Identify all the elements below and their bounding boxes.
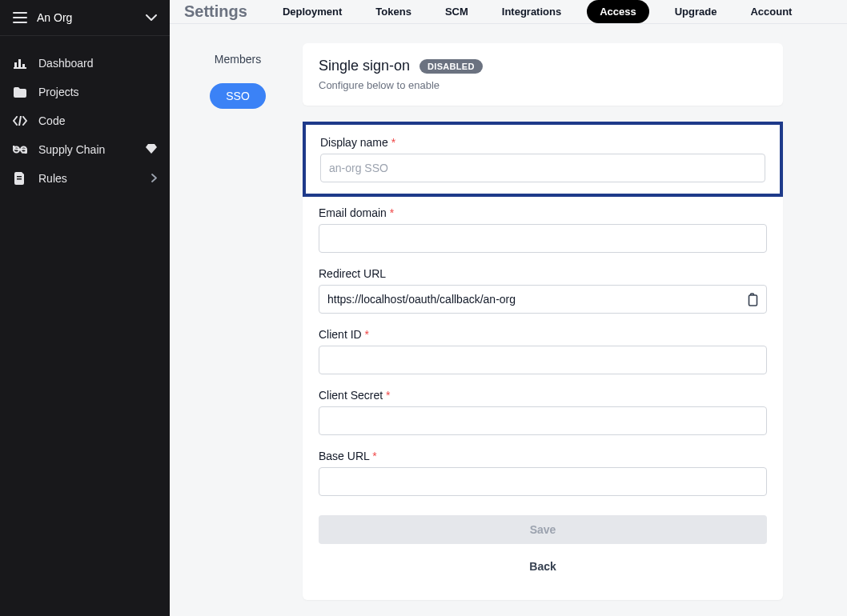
sidebar: An Org Dashboard Projects xyxy=(0,0,170,616)
tab-account[interactable]: Account xyxy=(742,1,800,22)
subnav-sso[interactable]: SSO xyxy=(210,83,266,109)
redirect-url-field: https://localhost/oauth/callback/an-org xyxy=(319,285,767,314)
content: Members SSO Single sign-on DISABLED Conf… xyxy=(170,24,847,616)
tab-scm[interactable]: SCM xyxy=(437,1,476,22)
email-domain-label: Email domain * xyxy=(319,206,767,219)
diamond-icon xyxy=(146,143,157,156)
back-button[interactable]: Back xyxy=(319,552,767,581)
sidebar-item-label: Projects xyxy=(38,86,79,98)
redirect-url-value: https://localhost/oauth/callback/an-org xyxy=(327,293,516,306)
base-url-label: Base URL * xyxy=(319,450,767,462)
svg-rect-3 xyxy=(22,64,25,67)
svg-rect-0 xyxy=(14,67,26,69)
sso-title: Single sign-on xyxy=(319,58,410,74)
clipboard-icon[interactable] xyxy=(746,293,758,306)
tab-deployment[interactable]: Deployment xyxy=(275,1,350,22)
main: Settings Deployment Tokens SCM Integrati… xyxy=(170,0,847,616)
link-icon xyxy=(13,146,27,154)
sidebar-item-supply-chain[interactable]: Supply Chain xyxy=(0,135,170,164)
client-id-input[interactable] xyxy=(319,346,767,374)
svg-rect-2 xyxy=(18,59,21,67)
email-domain-input[interactable] xyxy=(319,224,767,253)
menu-icon[interactable] xyxy=(13,12,27,23)
sidebar-item-rules[interactable]: Rules xyxy=(0,164,170,193)
tab-tokens[interactable]: Tokens xyxy=(367,1,419,22)
sidebar-item-label: Rules xyxy=(38,172,67,185)
tab-upgrade[interactable]: Upgrade xyxy=(667,1,725,22)
sso-form: Display name * Email domain * Redirect U… xyxy=(303,122,783,600)
document-icon xyxy=(13,172,27,185)
tab-integrations[interactable]: Integrations xyxy=(494,1,569,22)
svg-rect-7 xyxy=(17,176,22,178)
status-badge: DISABLED xyxy=(419,59,483,74)
svg-rect-1 xyxy=(14,62,17,67)
sidebar-item-label: Code xyxy=(38,114,65,127)
sidebar-nav: Dashboard Projects Code Supply Chain xyxy=(0,36,170,206)
folder-icon xyxy=(13,87,27,98)
sso-subtitle: Configure below to enable xyxy=(319,79,767,91)
base-url-input[interactable] xyxy=(319,467,767,496)
sidebar-item-code[interactable]: Code xyxy=(0,106,170,135)
subnav-members[interactable]: Members xyxy=(199,46,277,72)
svg-rect-8 xyxy=(17,178,22,180)
subnav: Members SSO xyxy=(199,43,277,600)
client-secret-input[interactable] xyxy=(319,406,767,435)
save-button[interactable]: Save xyxy=(319,515,767,544)
topnav: Deployment Tokens SCM Integrations Acces… xyxy=(275,0,801,23)
display-name-highlight: Display name * xyxy=(303,122,783,197)
org-name: An Org xyxy=(37,11,72,24)
sidebar-item-dashboard[interactable]: Dashboard xyxy=(0,49,170,78)
client-id-label: Client ID * xyxy=(319,328,767,341)
page-title: Settings xyxy=(184,2,247,21)
display-name-label: Display name * xyxy=(320,136,765,149)
code-icon xyxy=(13,116,27,126)
svg-rect-9 xyxy=(749,295,757,306)
chart-icon xyxy=(13,58,27,69)
sidebar-item-projects[interactable]: Projects xyxy=(0,78,170,106)
tab-access[interactable]: Access xyxy=(587,0,649,23)
org-selector[interactable]: An Org xyxy=(0,0,170,36)
display-name-input[interactable] xyxy=(320,154,765,182)
sidebar-item-label: Dashboard xyxy=(38,57,94,70)
sso-header-card: Single sign-on DISABLED Configure below … xyxy=(303,43,783,106)
topbar: Settings Deployment Tokens SCM Integrati… xyxy=(170,0,847,24)
sidebar-item-label: Supply Chain xyxy=(38,143,105,156)
client-secret-label: Client Secret * xyxy=(319,389,767,402)
chevron-right-icon xyxy=(151,172,157,185)
redirect-url-label: Redirect URL xyxy=(319,267,767,280)
chevron-down-icon[interactable] xyxy=(146,14,157,22)
